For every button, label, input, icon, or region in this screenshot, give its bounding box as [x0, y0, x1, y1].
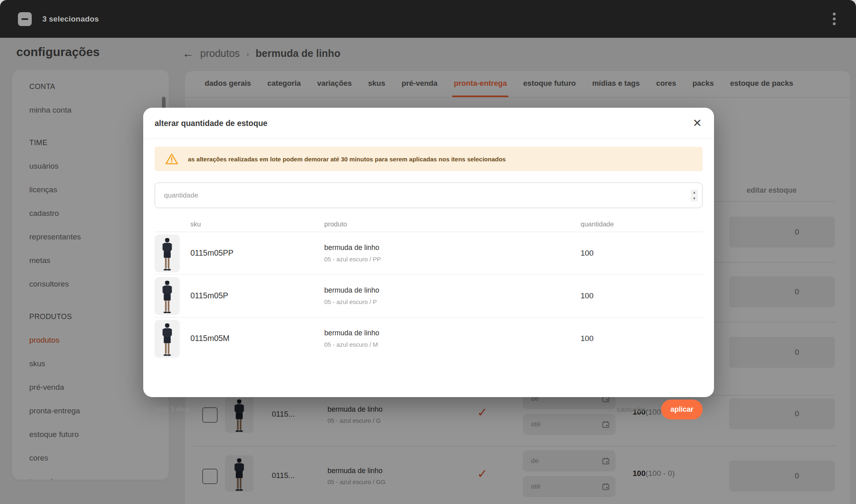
sku-code: 0115m05M [190, 334, 229, 343]
kebab-menu-icon[interactable] [830, 10, 838, 28]
minus-icon [22, 18, 28, 20]
modal-footer: total: 3 skus cancelar aplicar [155, 399, 703, 419]
quantity-field-wrap: ▲ ▼ [155, 182, 703, 208]
indeterminate-checkbox[interactable] [18, 12, 32, 26]
sku-code: 0115m05P [190, 291, 228, 300]
product-name: bermuda de linho [324, 285, 379, 295]
apply-button[interactable]: aplicar [661, 400, 703, 419]
product-image [155, 235, 180, 272]
close-icon[interactable]: ✕ [692, 118, 702, 129]
app-window: 3 selecionados configurações CONTA minha… [0, 0, 856, 504]
product-variant: 05 - azul escuro / P [324, 298, 379, 306]
change-stock-modal: alterar quantidade de estoque ✕ as alter… [143, 108, 714, 397]
selection-topbar: 3 selecionados [0, 0, 856, 38]
product-name: bermuda de linho [324, 243, 381, 252]
quantity-value: 100 [581, 291, 594, 300]
product-cell: bermuda de linho 05 - azul escuro / P [324, 285, 379, 306]
column-header-quantidade: quantidade [581, 220, 614, 228]
quantity-value: 100 [581, 334, 594, 343]
stepper-up-icon[interactable]: ▲ [691, 189, 698, 195]
number-stepper[interactable]: ▲ ▼ [691, 189, 698, 201]
modal-sku-row: 0115m05PP bermuda de linho 05 - azul esc… [155, 232, 703, 275]
product-cell: bermuda de linho 05 - azul escuro / PP [324, 243, 381, 264]
warning-text: as alterações realizadas em lote podem d… [188, 156, 506, 163]
quantity-input[interactable] [155, 182, 703, 208]
sku-code: 0115m05PP [190, 248, 234, 258]
product-variant: 05 - azul escuro / PP [324, 255, 381, 264]
modal-header: alterar quantidade de estoque ✕ [143, 108, 714, 139]
quantity-value: 100 [581, 249, 594, 258]
cancel-button[interactable]: cancelar [617, 405, 646, 414]
product-image [155, 277, 180, 315]
product-image [155, 320, 180, 358]
page-content: configurações CONTA minha conta TIME usu… [0, 38, 856, 504]
product-variant: 05 - azul escuro / M [324, 340, 379, 349]
modal-body: as alterações realizadas em lote podem d… [143, 139, 714, 397]
warning-banner: as alterações realizadas em lote podem d… [155, 147, 703, 171]
modal-sku-row: 0115m05P bermuda de linho 05 - azul escu… [155, 275, 703, 317]
column-header-sku: sku [190, 220, 201, 228]
product-name: bermuda de linho [324, 328, 379, 338]
column-header-produto: produto [324, 220, 347, 228]
stepper-down-icon[interactable]: ▼ [691, 196, 698, 201]
product-cell: bermuda de linho 05 - azul escuro / M [324, 328, 379, 349]
warning-icon [165, 153, 178, 165]
modal-sku-row: 0115m05M bermuda de linho 05 - azul escu… [155, 317, 703, 360]
total-skus-label: total: 3 skus [155, 406, 189, 413]
modal-table-header: sku produto quantidade [155, 219, 703, 232]
modal-title: alterar quantidade de estoque [155, 119, 267, 128]
selected-count-label: 3 selecionados [42, 15, 99, 24]
